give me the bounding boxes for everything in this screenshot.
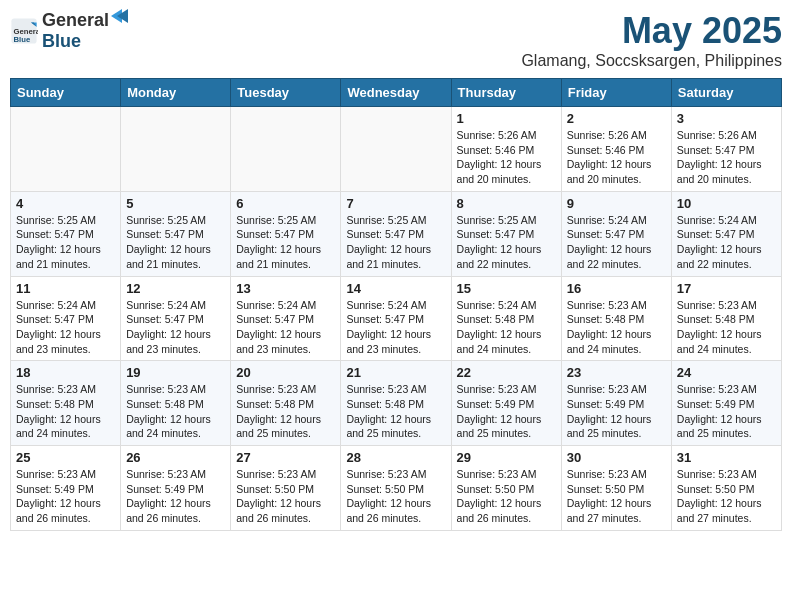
cell-info-text: Sunrise: 5:23 AM Sunset: 5:48 PM Dayligh…	[236, 382, 335, 441]
cell-day-number: 10	[677, 196, 776, 211]
cell-day-number: 23	[567, 365, 666, 380]
calendar-cell: 29Sunrise: 5:23 AM Sunset: 5:50 PM Dayli…	[451, 446, 561, 531]
calendar-cell: 28Sunrise: 5:23 AM Sunset: 5:50 PM Dayli…	[341, 446, 451, 531]
calendar-cell: 5Sunrise: 5:25 AM Sunset: 5:47 PM Daylig…	[121, 191, 231, 276]
cell-day-number: 16	[567, 281, 666, 296]
cell-info-text: Sunrise: 5:23 AM Sunset: 5:48 PM Dayligh…	[346, 382, 445, 441]
cell-day-number: 12	[126, 281, 225, 296]
cell-info-text: Sunrise: 5:24 AM Sunset: 5:47 PM Dayligh…	[16, 298, 115, 357]
location-title: Glamang, Soccsksargen, Philippines	[521, 52, 782, 70]
cell-day-number: 11	[16, 281, 115, 296]
cell-info-text: Sunrise: 5:23 AM Sunset: 5:50 PM Dayligh…	[236, 467, 335, 526]
cell-info-text: Sunrise: 5:24 AM Sunset: 5:47 PM Dayligh…	[567, 213, 666, 272]
cell-info-text: Sunrise: 5:25 AM Sunset: 5:47 PM Dayligh…	[126, 213, 225, 272]
cell-day-number: 25	[16, 450, 115, 465]
calendar-cell: 8Sunrise: 5:25 AM Sunset: 5:47 PM Daylig…	[451, 191, 561, 276]
calendar-cell	[341, 107, 451, 192]
logo: General Blue General Blue	[10, 10, 122, 52]
weekday-header-friday: Friday	[561, 79, 671, 107]
cell-day-number: 28	[346, 450, 445, 465]
cell-day-number: 30	[567, 450, 666, 465]
cell-day-number: 19	[126, 365, 225, 380]
cell-day-number: 5	[126, 196, 225, 211]
calendar-cell	[231, 107, 341, 192]
cell-info-text: Sunrise: 5:23 AM Sunset: 5:49 PM Dayligh…	[567, 382, 666, 441]
calendar-cell	[121, 107, 231, 192]
calendar-cell: 30Sunrise: 5:23 AM Sunset: 5:50 PM Dayli…	[561, 446, 671, 531]
calendar-cell: 17Sunrise: 5:23 AM Sunset: 5:48 PM Dayli…	[671, 276, 781, 361]
logo-text-blue: Blue	[42, 31, 122, 52]
cell-day-number: 1	[457, 111, 556, 126]
calendar-cell: 11Sunrise: 5:24 AM Sunset: 5:47 PM Dayli…	[11, 276, 121, 361]
cell-day-number: 26	[126, 450, 225, 465]
calendar-week-row: 4Sunrise: 5:25 AM Sunset: 5:47 PM Daylig…	[11, 191, 782, 276]
weekday-header-tuesday: Tuesday	[231, 79, 341, 107]
calendar-cell: 12Sunrise: 5:24 AM Sunset: 5:47 PM Dayli…	[121, 276, 231, 361]
cell-day-number: 15	[457, 281, 556, 296]
cell-info-text: Sunrise: 5:23 AM Sunset: 5:48 PM Dayligh…	[567, 298, 666, 357]
weekday-header-wednesday: Wednesday	[341, 79, 451, 107]
cell-info-text: Sunrise: 5:24 AM Sunset: 5:47 PM Dayligh…	[677, 213, 776, 272]
calendar-cell: 22Sunrise: 5:23 AM Sunset: 5:49 PM Dayli…	[451, 361, 561, 446]
cell-info-text: Sunrise: 5:23 AM Sunset: 5:50 PM Dayligh…	[346, 467, 445, 526]
svg-text:Blue: Blue	[14, 35, 31, 44]
cell-info-text: Sunrise: 5:25 AM Sunset: 5:47 PM Dayligh…	[457, 213, 556, 272]
cell-info-text: Sunrise: 5:23 AM Sunset: 5:50 PM Dayligh…	[677, 467, 776, 526]
calendar-cell: 2Sunrise: 5:26 AM Sunset: 5:46 PM Daylig…	[561, 107, 671, 192]
cell-info-text: Sunrise: 5:23 AM Sunset: 5:49 PM Dayligh…	[16, 467, 115, 526]
cell-info-text: Sunrise: 5:23 AM Sunset: 5:49 PM Dayligh…	[677, 382, 776, 441]
cell-day-number: 8	[457, 196, 556, 211]
cell-info-text: Sunrise: 5:24 AM Sunset: 5:47 PM Dayligh…	[236, 298, 335, 357]
calendar-cell: 16Sunrise: 5:23 AM Sunset: 5:48 PM Dayli…	[561, 276, 671, 361]
weekday-header-saturday: Saturday	[671, 79, 781, 107]
cell-day-number: 29	[457, 450, 556, 465]
cell-info-text: Sunrise: 5:23 AM Sunset: 5:50 PM Dayligh…	[457, 467, 556, 526]
calendar-cell: 23Sunrise: 5:23 AM Sunset: 5:49 PM Dayli…	[561, 361, 671, 446]
page-header: General Blue General Blue May 2025 Glama…	[10, 10, 782, 70]
calendar-week-row: 18Sunrise: 5:23 AM Sunset: 5:48 PM Dayli…	[11, 361, 782, 446]
cell-info-text: Sunrise: 5:26 AM Sunset: 5:47 PM Dayligh…	[677, 128, 776, 187]
cell-info-text: Sunrise: 5:25 AM Sunset: 5:47 PM Dayligh…	[16, 213, 115, 272]
cell-info-text: Sunrise: 5:23 AM Sunset: 5:50 PM Dayligh…	[567, 467, 666, 526]
cell-day-number: 24	[677, 365, 776, 380]
cell-day-number: 17	[677, 281, 776, 296]
cell-day-number: 22	[457, 365, 556, 380]
cell-info-text: Sunrise: 5:24 AM Sunset: 5:47 PM Dayligh…	[126, 298, 225, 357]
logo-icon: General Blue	[10, 17, 38, 45]
svg-marker-6	[117, 9, 128, 23]
cell-day-number: 18	[16, 365, 115, 380]
calendar-cell: 19Sunrise: 5:23 AM Sunset: 5:48 PM Dayli…	[121, 361, 231, 446]
cell-info-text: Sunrise: 5:25 AM Sunset: 5:47 PM Dayligh…	[346, 213, 445, 272]
cell-info-text: Sunrise: 5:24 AM Sunset: 5:48 PM Dayligh…	[457, 298, 556, 357]
calendar-cell: 21Sunrise: 5:23 AM Sunset: 5:48 PM Dayli…	[341, 361, 451, 446]
calendar-week-row: 25Sunrise: 5:23 AM Sunset: 5:49 PM Dayli…	[11, 446, 782, 531]
calendar-header-row: SundayMondayTuesdayWednesdayThursdayFrid…	[11, 79, 782, 107]
calendar-cell: 1Sunrise: 5:26 AM Sunset: 5:46 PM Daylig…	[451, 107, 561, 192]
calendar-cell: 20Sunrise: 5:23 AM Sunset: 5:48 PM Dayli…	[231, 361, 341, 446]
logo-text-general: General	[42, 10, 109, 31]
logo-arrow-icon	[110, 8, 128, 24]
cell-info-text: Sunrise: 5:26 AM Sunset: 5:46 PM Dayligh…	[567, 128, 666, 187]
weekday-header-thursday: Thursday	[451, 79, 561, 107]
cell-info-text: Sunrise: 5:23 AM Sunset: 5:49 PM Dayligh…	[126, 467, 225, 526]
title-area: May 2025 Glamang, Soccsksargen, Philippi…	[521, 10, 782, 70]
cell-day-number: 14	[346, 281, 445, 296]
cell-info-text: Sunrise: 5:23 AM Sunset: 5:49 PM Dayligh…	[457, 382, 556, 441]
calendar-cell: 6Sunrise: 5:25 AM Sunset: 5:47 PM Daylig…	[231, 191, 341, 276]
cell-day-number: 27	[236, 450, 335, 465]
calendar-cell	[11, 107, 121, 192]
calendar-cell: 13Sunrise: 5:24 AM Sunset: 5:47 PM Dayli…	[231, 276, 341, 361]
cell-info-text: Sunrise: 5:23 AM Sunset: 5:48 PM Dayligh…	[16, 382, 115, 441]
calendar-cell: 9Sunrise: 5:24 AM Sunset: 5:47 PM Daylig…	[561, 191, 671, 276]
calendar-cell: 10Sunrise: 5:24 AM Sunset: 5:47 PM Dayli…	[671, 191, 781, 276]
calendar-cell: 15Sunrise: 5:24 AM Sunset: 5:48 PM Dayli…	[451, 276, 561, 361]
cell-day-number: 20	[236, 365, 335, 380]
calendar-week-row: 1Sunrise: 5:26 AM Sunset: 5:46 PM Daylig…	[11, 107, 782, 192]
calendar-cell: 25Sunrise: 5:23 AM Sunset: 5:49 PM Dayli…	[11, 446, 121, 531]
weekday-header-sunday: Sunday	[11, 79, 121, 107]
cell-day-number: 31	[677, 450, 776, 465]
cell-day-number: 21	[346, 365, 445, 380]
cell-info-text: Sunrise: 5:24 AM Sunset: 5:47 PM Dayligh…	[346, 298, 445, 357]
weekday-header-monday: Monday	[121, 79, 231, 107]
cell-day-number: 6	[236, 196, 335, 211]
